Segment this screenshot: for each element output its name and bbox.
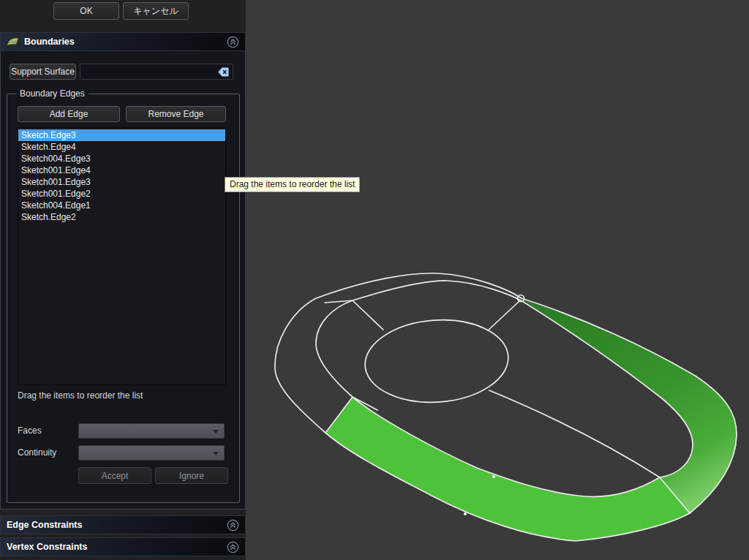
vertex-constraints-header[interactable]: Vertex Constraints bbox=[0, 537, 246, 556]
support-surface-input[interactable] bbox=[80, 64, 233, 80]
drag-reorder-tooltip: Drag the items to reorder the list bbox=[225, 177, 360, 192]
3d-viewport[interactable] bbox=[246, 0, 749, 560]
faces-combobox[interactable] bbox=[78, 423, 225, 439]
boundaries-surface-icon bbox=[7, 37, 19, 47]
edge-constraints-title: Edge Constraints bbox=[7, 520, 83, 530]
group-title: Boundary Edges bbox=[16, 88, 89, 99]
add-edge-button[interactable]: Add Edge bbox=[18, 106, 120, 122]
highlighted-face-right-band[interactable] bbox=[522, 300, 737, 513]
list-item[interactable]: Sketch004.Edge1 bbox=[18, 200, 225, 211]
remove-edge-button[interactable]: Remove Edge bbox=[126, 106, 226, 122]
faces-label: Faces bbox=[18, 423, 42, 439]
list-item[interactable]: Sketch.Edge4 bbox=[18, 141, 225, 153]
cancel-button[interactable]: キャンセル bbox=[123, 2, 189, 20]
boundary-edges-group: Boundary Edges Add Edge Remove Edge Sket… bbox=[7, 94, 240, 503]
boundary-edges-list[interactable]: Sketch.Edge3Sketch.Edge4Sketch004.Edge3S… bbox=[18, 127, 226, 385]
continuity-label: Continuity bbox=[18, 445, 56, 461]
collapse-chevron-icon[interactable] bbox=[227, 36, 239, 48]
ignore-button[interactable]: Ignore bbox=[155, 467, 228, 484]
boundaries-header[interactable]: Boundaries bbox=[0, 32, 246, 51]
support-surface-button[interactable]: Support Surface bbox=[10, 64, 76, 80]
continuity-combobox[interactable] bbox=[78, 445, 225, 461]
vertex-constraints-title: Vertex Constraints bbox=[7, 542, 87, 552]
list-item[interactable]: Sketch.Edge2 bbox=[18, 211, 225, 223]
edge-point-marker bbox=[492, 475, 495, 478]
ok-button[interactable]: OK bbox=[53, 2, 119, 20]
spoke-edge-top-right[interactable] bbox=[488, 300, 520, 330]
collapse-chevron-icon[interactable] bbox=[227, 541, 239, 553]
list-item[interactable]: Sketch001.Edge2 bbox=[18, 188, 225, 200]
edge-constraints-header[interactable]: Edge Constraints bbox=[0, 515, 246, 534]
clear-input-icon[interactable] bbox=[217, 67, 230, 77]
reorder-hint-text: Drag the items to reorder the list bbox=[18, 390, 143, 401]
list-item[interactable]: Sketch.Edge3 bbox=[18, 129, 225, 141]
collapse-chevron-icon[interactable] bbox=[227, 519, 239, 531]
spoke-edge-top-left[interactable] bbox=[353, 300, 383, 330]
list-item[interactable]: Sketch001.Edge4 bbox=[18, 164, 225, 176]
task-panel-column: OK キャンセル Boundaries Support bbox=[0, 0, 246, 560]
panel-title: Boundaries bbox=[24, 37, 75, 47]
boundaries-panel: Boundaries Support Surface Bound bbox=[0, 32, 246, 510]
edge-point-marker bbox=[464, 512, 467, 515]
list-item[interactable]: Sketch004.Edge3 bbox=[18, 153, 225, 164]
accept-button[interactable]: Accept bbox=[78, 467, 151, 484]
list-item[interactable]: Sketch001.Edge3 bbox=[18, 176, 225, 188]
spoke-edge-bottom-right[interactable] bbox=[489, 390, 660, 477]
model-canvas[interactable] bbox=[246, 0, 749, 560]
